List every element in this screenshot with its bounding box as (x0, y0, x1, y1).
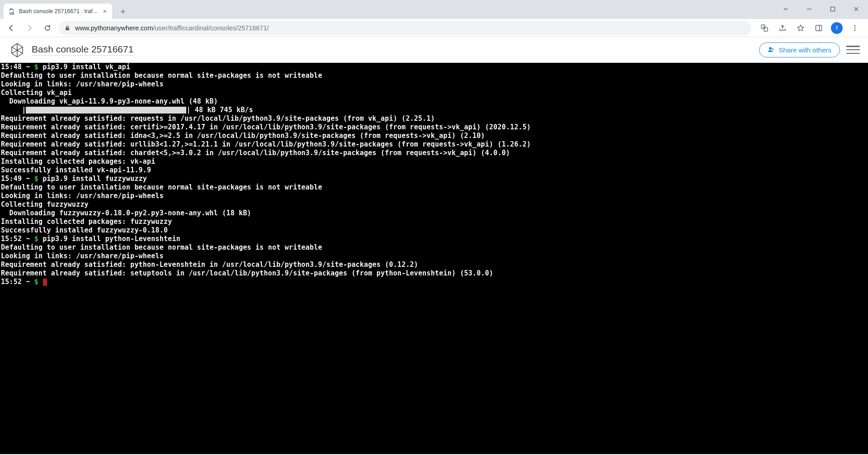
back-button[interactable] (5, 21, 18, 35)
header-right: Share with others (759, 43, 860, 57)
browser-toolbar: www.pythonanywhere.com/user/trafficcardi… (0, 19, 868, 37)
terminal-line: Requirement already satisfied: chardet<5… (1, 149, 867, 157)
side-panel-icon[interactable] (813, 22, 825, 34)
terminal-line: Requirement already satisfied: setuptool… (1, 269, 867, 278)
share-button-label: Share with others (778, 46, 831, 54)
svg-rect-2 (66, 28, 69, 30)
terminal-line: Downloading fuzzywuzzy-0.18.0-py2.py3-no… (1, 209, 867, 218)
address-bar[interactable]: www.pythonanywhere.com/user/trafficcardi… (59, 21, 751, 35)
terminal-line: Requirement already satisfied: certifi>=… (1, 123, 867, 132)
page-header: Bash console 25716671 Share with others (0, 37, 868, 63)
page-title[interactable]: Bash console 25716671 (32, 44, 133, 56)
chevron-down-icon[interactable] (777, 3, 795, 15)
terminal-line: 15:48 ~ $ pip3.9 install vk_api (1, 63, 867, 71)
translate-icon[interactable]: 文 (759, 22, 770, 34)
share-with-others-button[interactable]: Share with others (759, 43, 840, 57)
terminal-line: Installing collected packages: fuzzywuzz… (1, 218, 867, 226)
terminal-line: 15:49 ~ $ pip3.9 install fuzzywuzzy (1, 175, 867, 183)
terminal-line: Collecting vk_api (1, 89, 867, 97)
forward-button[interactable] (23, 21, 36, 35)
favicon-snake-icon (8, 8, 15, 15)
svg-rect-1 (831, 7, 835, 11)
terminal-line: Looking in links: /usr/share/pip-wheels (1, 80, 867, 89)
terminal-line: Looking in links: /usr/share/pip-wheels (1, 252, 867, 261)
terminal-line: || 48 kB 745 kB/s (1, 106, 867, 114)
person-plus-icon (768, 46, 775, 53)
terminal-line: Requirement already satisfied: python-Le… (1, 261, 867, 269)
url-text: www.pythonanywhere.com/user/trafficcardi… (75, 24, 269, 32)
close-window-button[interactable] (847, 3, 865, 15)
terminal-line: 15:52 ~ $ pip3.9 install python-Levensht… (1, 235, 867, 243)
new-tab-button[interactable]: + (117, 5, 129, 18)
terminal-line: Installing collected packages: vk-api (1, 157, 867, 166)
terminal-line: Downloading vk_api-11.9.9-py3-none-any.w… (1, 97, 867, 106)
tab-close-button[interactable]: × (102, 7, 108, 15)
hamburger-menu-button[interactable] (846, 44, 860, 55)
terminal-line: Requirement already satisfied: urllib3<1… (1, 140, 867, 149)
svg-text:文: 文 (762, 25, 765, 28)
terminal-line: 15:52 ~ $ (1, 278, 867, 286)
tab-title: Bash console 25716671 : trafficca (19, 8, 99, 14)
terminal-line: Looking in links: /usr/share/pip-wheels (1, 192, 867, 200)
reload-button[interactable] (41, 21, 54, 35)
kebab-menu-icon[interactable] (849, 22, 861, 34)
minimize-button[interactable] (800, 3, 818, 15)
maximize-button[interactable] (824, 3, 842, 15)
terminal-line: Defaulting to user installation because … (1, 71, 867, 80)
share-icon[interactable] (777, 22, 788, 34)
svg-point-8 (854, 25, 856, 26)
terminal-cursor (43, 279, 47, 286)
svg-rect-6 (816, 25, 822, 31)
terminal[interactable]: 15:48 ~ $ pip3.9 install vk_apiDefaultin… (0, 63, 868, 454)
terminal-line: Requirement already satisfied: requests … (1, 114, 867, 123)
star-icon[interactable] (795, 22, 807, 34)
terminal-line: Successfully installed fuzzywuzzy-0.18.0 (1, 226, 867, 235)
terminal-line: Requirement already satisfied: idna<3,>=… (1, 132, 867, 140)
terminal-line: Defaulting to user installation because … (1, 243, 867, 252)
header-left: Bash console 25716671 (8, 42, 133, 58)
tab-strip: Bash console 25716671 : trafficca × + (0, 0, 868, 19)
terminal-line: Defaulting to user installation because … (1, 183, 867, 192)
terminal-line: Successfully installed vk-api-11.9.9 (1, 166, 867, 175)
lock-icon (64, 25, 71, 31)
pythonanywhere-logo-icon[interactable] (8, 42, 26, 58)
profile-avatar[interactable]: f (831, 22, 843, 34)
browser-tab[interactable]: Bash console 25716671 : trafficca × (4, 4, 112, 19)
browser-chrome: Bash console 25716671 : trafficca × + ww… (0, 0, 868, 37)
toolbar-right-icons: 文 f (756, 22, 863, 34)
svg-point-9 (854, 27, 856, 28)
svg-point-10 (854, 29, 856, 31)
terminal-line: Collecting fuzzywuzzy (1, 200, 867, 209)
window-controls (777, 3, 865, 15)
